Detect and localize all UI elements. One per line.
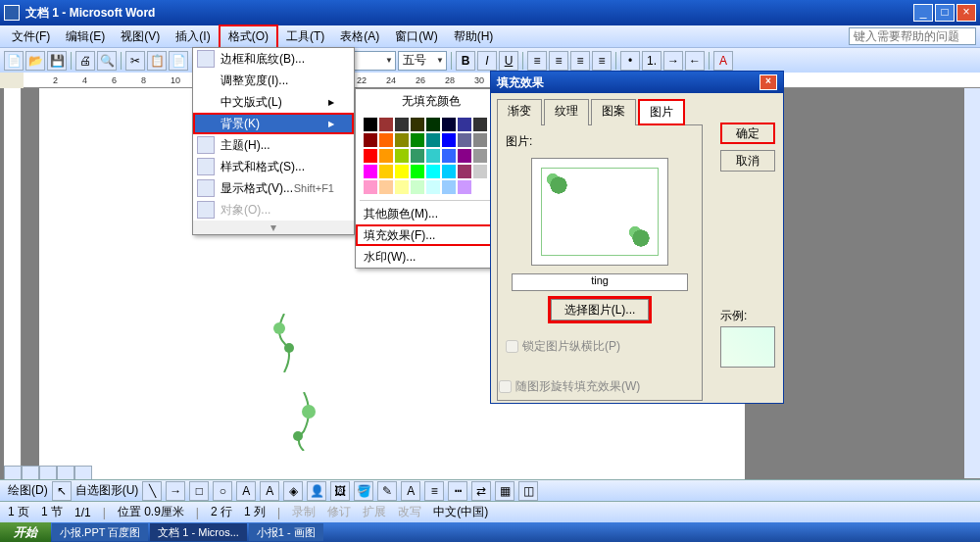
color-swatch[interactable] bbox=[395, 118, 409, 131]
color-swatch[interactable] bbox=[473, 149, 487, 163]
rect-icon[interactable]: □ bbox=[189, 481, 209, 501]
open-icon[interactable]: 📂 bbox=[25, 51, 45, 71]
menu-format[interactable]: 格式(O) bbox=[219, 25, 278, 49]
color-swatch[interactable] bbox=[395, 133, 409, 147]
color-swatch[interactable] bbox=[473, 165, 487, 178]
color-swatch[interactable] bbox=[426, 118, 440, 131]
indent-icon[interactable]: → bbox=[663, 51, 683, 71]
menu-help[interactable]: 帮助(H) bbox=[446, 26, 502, 47]
task-item-3[interactable]: 小报1 - 画图 bbox=[249, 523, 323, 541]
more-colors[interactable]: 其他颜色(M)... bbox=[356, 203, 506, 224]
size-combo[interactable]: 五号 bbox=[398, 51, 447, 71]
status-ovr[interactable]: 改写 bbox=[398, 504, 421, 520]
status-ext[interactable]: 扩展 bbox=[363, 504, 386, 520]
color-swatch[interactable] bbox=[426, 133, 440, 147]
color-swatch[interactable] bbox=[395, 180, 409, 194]
menu-tools[interactable]: 工具(T) bbox=[278, 26, 332, 47]
color-swatch[interactable] bbox=[426, 149, 440, 163]
fill-color-icon[interactable]: 🪣 bbox=[354, 481, 373, 501]
dd-borders[interactable]: 边框和底纹(B)... bbox=[193, 48, 354, 70]
dd-adjust-width[interactable]: 调整宽度(I)... bbox=[193, 70, 354, 91]
select-picture-button[interactable]: 选择图片(L)... bbox=[551, 299, 649, 320]
dd-theme[interactable]: 主题(H)... bbox=[193, 134, 354, 156]
dd-asian-layout[interactable]: 中文版式(L)▶ bbox=[193, 91, 354, 113]
arrow-style-icon[interactable]: ⇄ bbox=[471, 481, 491, 501]
bold-icon[interactable]: B bbox=[456, 51, 475, 71]
dd-background[interactable]: 背景(K)▶ bbox=[193, 113, 354, 134]
color-swatch[interactable] bbox=[426, 180, 440, 194]
draw-menu[interactable]: 绘图(D) bbox=[8, 482, 48, 499]
color-swatch[interactable] bbox=[458, 118, 471, 131]
color-swatch[interactable] bbox=[364, 149, 377, 163]
3d-icon[interactable]: ◫ bbox=[518, 481, 538, 501]
color-swatch[interactable] bbox=[411, 149, 424, 163]
color-swatch[interactable] bbox=[458, 165, 471, 178]
align-right-icon[interactable]: ≡ bbox=[570, 51, 590, 71]
numbering-icon[interactable]: 1. bbox=[642, 51, 662, 71]
menu-window[interactable]: 窗口(W) bbox=[387, 26, 445, 47]
autoshapes-menu[interactable]: 自选图形(U) bbox=[75, 482, 139, 499]
new-doc-icon[interactable]: 📄 bbox=[4, 51, 24, 71]
menu-insert[interactable]: 插入(I) bbox=[168, 26, 218, 47]
textbox-icon[interactable]: A bbox=[236, 481, 256, 501]
dialog-close-button[interactable]: × bbox=[760, 74, 777, 90]
status-rev[interactable]: 修订 bbox=[327, 504, 351, 520]
bullets-icon[interactable]: • bbox=[620, 51, 640, 71]
font-color-icon[interactable]: A bbox=[713, 51, 733, 71]
ok-button[interactable]: 确定 bbox=[720, 123, 775, 144]
status-language[interactable]: 中文(中国) bbox=[433, 504, 488, 520]
shadow-icon[interactable]: ▦ bbox=[495, 481, 514, 501]
color-swatch[interactable] bbox=[379, 118, 393, 131]
dialog-title-bar[interactable]: 填充效果 × bbox=[491, 72, 783, 93]
status-rec[interactable]: 录制 bbox=[292, 504, 316, 520]
save-icon[interactable]: 💾 bbox=[47, 51, 67, 71]
tab-picture[interactable]: 图片 bbox=[638, 99, 685, 125]
color-swatch[interactable] bbox=[411, 133, 424, 147]
line-color-icon[interactable]: ✎ bbox=[377, 481, 397, 501]
color-swatch[interactable] bbox=[458, 149, 471, 163]
cancel-button[interactable]: 取消 bbox=[720, 150, 775, 172]
watermark[interactable]: 水印(W)... bbox=[356, 246, 506, 268]
copy-icon[interactable]: 📋 bbox=[147, 51, 167, 71]
color-swatch[interactable] bbox=[442, 165, 456, 178]
vertical-scrollbar[interactable] bbox=[964, 88, 980, 478]
color-swatch[interactable] bbox=[364, 133, 377, 147]
underline-icon[interactable]: U bbox=[499, 51, 518, 71]
select-arrow-icon[interactable]: ↖ bbox=[52, 481, 72, 501]
color-swatch[interactable] bbox=[411, 165, 424, 178]
cut-icon[interactable]: ✂ bbox=[125, 51, 145, 71]
lock-aspect-checkbox[interactable]: 锁定图片纵横比(P) bbox=[506, 338, 694, 355]
preview-icon[interactable]: 🔍 bbox=[97, 51, 117, 71]
menu-file[interactable]: 文件(F) bbox=[4, 26, 58, 47]
color-swatch[interactable] bbox=[379, 133, 393, 147]
minimize-button[interactable]: _ bbox=[913, 4, 933, 22]
picture-icon[interactable]: 🖼 bbox=[330, 481, 350, 501]
color-swatch[interactable] bbox=[364, 165, 377, 178]
color-swatch[interactable] bbox=[379, 165, 393, 178]
dd-expand[interactable]: ▾ bbox=[193, 221, 354, 234]
align-left-icon[interactable]: ≡ bbox=[527, 51, 547, 71]
oval-icon[interactable]: ○ bbox=[213, 481, 232, 501]
start-button[interactable]: 开始 bbox=[0, 522, 51, 542]
wordart-icon[interactable]: A bbox=[260, 481, 279, 501]
color-swatch[interactable] bbox=[473, 133, 487, 147]
outdent-icon[interactable]: ← bbox=[685, 51, 705, 71]
task-item-1[interactable]: 小报.PPT 百度图 bbox=[52, 523, 148, 541]
clipart-icon[interactable]: 👤 bbox=[307, 481, 326, 501]
dd-styles[interactable]: 样式和格式(S)... bbox=[193, 156, 354, 177]
font-color-draw-icon[interactable]: A bbox=[401, 481, 420, 501]
color-swatch[interactable] bbox=[458, 133, 471, 147]
diagram-icon[interactable]: ◈ bbox=[283, 481, 303, 501]
color-swatch[interactable] bbox=[395, 165, 409, 178]
print-icon[interactable]: 🖨 bbox=[75, 51, 95, 71]
align-justify-icon[interactable]: ≡ bbox=[592, 51, 612, 71]
fill-effects[interactable]: 填充效果(F)... bbox=[356, 224, 506, 246]
tab-texture[interactable]: 纹理 bbox=[544, 99, 589, 125]
close-button[interactable]: × bbox=[956, 4, 976, 22]
color-swatch[interactable] bbox=[395, 149, 409, 163]
color-swatch[interactable] bbox=[458, 180, 471, 194]
menu-view[interactable]: 视图(V) bbox=[113, 26, 168, 47]
line-icon[interactable]: ╲ bbox=[142, 481, 162, 501]
maximize-button[interactable]: □ bbox=[935, 4, 955, 22]
color-swatch[interactable] bbox=[379, 180, 393, 194]
